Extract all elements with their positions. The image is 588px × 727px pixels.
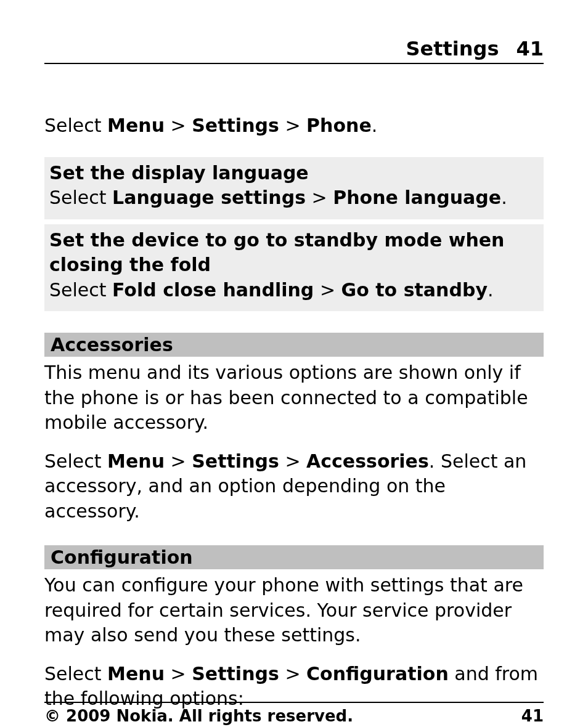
section-heading-configuration: Configuration: [44, 545, 544, 569]
instruction-box-language: Set the display language Select Language…: [44, 157, 544, 219]
separator: >: [165, 450, 192, 472]
instruction-box-fold: Set the device to go to standby mode whe…: [44, 224, 544, 312]
menu-label: Menu: [107, 663, 165, 684]
separator: >: [314, 279, 341, 301]
accessories-paragraph-2: Select Menu > Settings > Accessories. Se…: [44, 449, 544, 524]
section-heading-accessories: Accessories: [44, 333, 544, 357]
go-to-standby-label: Go to standby: [341, 279, 488, 301]
text: Select: [44, 115, 107, 136]
text: Select: [49, 187, 112, 208]
copyright-text: © 2009 Nokia. All rights reserved.: [44, 707, 353, 725]
menu-label: Menu: [107, 450, 165, 472]
separator: >: [279, 450, 306, 472]
box-body: Select Fold close handling > Go to stand…: [49, 278, 539, 303]
header-page-number: 41: [516, 37, 544, 60]
settings-label: Settings: [192, 115, 279, 136]
text: Select: [49, 279, 112, 301]
text: Select: [44, 450, 107, 472]
header-section-title: Settings: [406, 37, 499, 60]
separator: >: [306, 187, 333, 208]
settings-label: Settings: [192, 450, 279, 472]
separator: >: [165, 115, 192, 136]
text: Select: [44, 663, 107, 684]
text: .: [501, 187, 507, 208]
phone-language-label: Phone language: [333, 187, 501, 208]
intro-paragraph: Select Menu > Settings > Phone.: [44, 113, 544, 139]
phone-label: Phone: [306, 115, 372, 136]
language-settings-label: Language settings: [112, 187, 306, 208]
footer-page-number: 41: [521, 707, 544, 725]
separator: >: [279, 115, 306, 136]
separator: >: [165, 663, 192, 684]
text: .: [372, 115, 378, 136]
accessories-paragraph-1: This menu and its various options are sh…: [44, 360, 544, 436]
configuration-paragraph-1: You can configure your phone with settin…: [44, 573, 544, 648]
fold-close-handling-label: Fold close handling: [112, 279, 314, 301]
box-title: Set the device to go to standby mode whe…: [49, 228, 539, 278]
box-body: Select Language settings > Phone languag…: [49, 185, 539, 211]
settings-label: Settings: [192, 663, 279, 684]
text: .: [488, 279, 494, 301]
menu-label: Menu: [107, 115, 165, 136]
page-header: Settings 41: [44, 37, 544, 64]
accessories-label: Accessories: [306, 450, 429, 472]
configuration-label: Configuration: [306, 663, 449, 684]
page: Settings 41 Select Menu > Settings > Pho…: [0, 0, 588, 727]
separator: >: [279, 663, 306, 684]
page-footer: © 2009 Nokia. All rights reserved. 41: [44, 702, 544, 725]
box-title: Set the display language: [49, 161, 539, 186]
